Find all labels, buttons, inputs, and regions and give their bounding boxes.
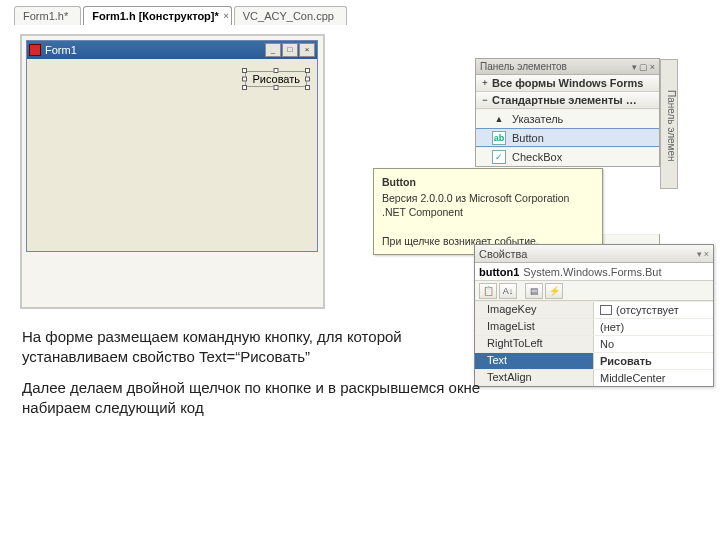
toolbox-side-tab[interactable]: Панель элемен xyxy=(660,59,678,189)
tooltip: Button Версия 2.0.0.0 из Microsoft Corpo… xyxy=(373,168,603,255)
close-icon[interactable]: × xyxy=(299,43,315,57)
designer-surface[interactable]: Form1 _ □ × Рисовать xyxy=(20,34,325,309)
properties-title: Свойства ▾× xyxy=(475,245,713,263)
pin-icon[interactable]: ▢ xyxy=(639,62,648,72)
resize-handle[interactable] xyxy=(305,77,310,82)
prop-row-imagekey[interactable]: ImageKey (отсутствует xyxy=(475,301,713,318)
resize-handle[interactable] xyxy=(242,77,247,82)
body-text: На форме размещаем командную кнопку, для… xyxy=(22,327,482,429)
toolbox-item-checkbox[interactable]: ✓ CheckBox xyxy=(476,147,659,166)
resize-handle[interactable] xyxy=(305,68,310,73)
toolbox-group-common[interactable]: − Стандартные элементы … xyxy=(476,92,659,109)
resize-handle[interactable] xyxy=(242,68,247,73)
maximize-icon[interactable]: □ xyxy=(282,43,298,57)
resize-handle[interactable] xyxy=(274,68,279,73)
form-window[interactable]: Form1 _ □ × Рисовать xyxy=(26,40,318,252)
close-icon[interactable]: × xyxy=(704,249,709,259)
resize-handle[interactable] xyxy=(242,85,247,90)
form-icon xyxy=(29,44,41,56)
button-icon: ab xyxy=(492,131,506,145)
dropdown-icon[interactable]: ▾ xyxy=(632,62,637,72)
paragraph: На форме размещаем командную кнопку, для… xyxy=(22,327,482,366)
toolbox-title: Панель элементов ▾▢× xyxy=(476,59,659,75)
paragraph: Далее делаем двойной щелчок по кнопке и … xyxy=(22,378,482,417)
form-titlebar: Form1 _ □ × xyxy=(27,41,317,59)
editor-tabbar: Form1.h* Form1.h [Конструктор]*× VC_ACY_… xyxy=(0,0,720,25)
categorized-icon[interactable]: 📋 xyxy=(479,283,497,299)
tooltip-line: .NET Component xyxy=(382,206,463,218)
events-icon[interactable]: ⚡ xyxy=(545,283,563,299)
alphabetical-icon[interactable]: A↓ xyxy=(499,283,517,299)
properties-toolbar: 📋 A↓ ▤ ⚡ xyxy=(475,281,713,301)
prop-row-textalign[interactable]: TextAlign MiddleCenter xyxy=(475,369,713,386)
toolbox-group-allforms[interactable]: + Все формы Windows Forms xyxy=(476,75,659,92)
checkbox-icon: ✓ xyxy=(492,150,506,164)
color-swatch xyxy=(600,305,612,315)
tooltip-line: Версия 2.0.0.0 из Microsoft Corporation xyxy=(382,192,569,204)
dropdown-icon[interactable]: ▾ xyxy=(697,249,702,259)
design-button[interactable]: Рисовать xyxy=(245,71,307,87)
tab-form1-designer[interactable]: Form1.h [Конструктор]*× xyxy=(83,6,232,25)
properties-window: Свойства ▾× button1 System.Windows.Forms… xyxy=(474,244,714,387)
toolbox-panel: Панель элемен Панель элементов ▾▢× + Все… xyxy=(475,58,660,167)
prop-row-imagelist[interactable]: ImageList (нет) xyxy=(475,318,713,335)
resize-handle[interactable] xyxy=(305,85,310,90)
minimize-icon[interactable]: _ xyxy=(265,43,281,57)
close-icon[interactable]: × xyxy=(650,62,655,72)
collapse-icon[interactable]: − xyxy=(480,95,490,105)
prop-row-righttoleft[interactable]: RightToLeft No xyxy=(475,335,713,352)
toolbox-item-pointer[interactable]: ▲ Указатель xyxy=(476,109,659,128)
expand-icon[interactable]: + xyxy=(480,78,490,88)
prop-row-text[interactable]: Text Рисовать xyxy=(475,352,713,369)
tooltip-heading: Button xyxy=(382,175,594,189)
close-icon[interactable]: × xyxy=(224,9,229,23)
resize-handle[interactable] xyxy=(274,85,279,90)
design-button-label: Рисовать xyxy=(252,73,300,85)
pointer-icon: ▲ xyxy=(492,112,506,126)
properties-icon[interactable]: ▤ xyxy=(525,283,543,299)
tab-vc-acy[interactable]: VC_ACY_Con.cpp xyxy=(234,6,347,25)
form-title: Form1 xyxy=(45,44,77,56)
properties-object-selector[interactable]: button1 System.Windows.Forms.But xyxy=(475,263,713,281)
tab-form1-h[interactable]: Form1.h* xyxy=(14,6,81,25)
toolbox-item-button[interactable]: ab Button xyxy=(476,128,659,147)
